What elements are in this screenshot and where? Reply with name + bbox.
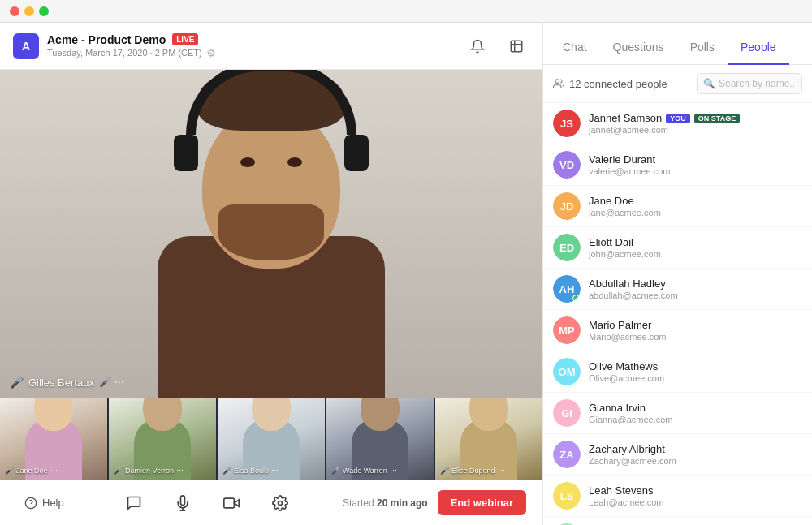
thumb-name-elise: 🎤 Elise Dupond ⋯ bbox=[440, 467, 505, 475]
list-item[interactable]: AHAbdullah Hadleyabdullah@acmee.com bbox=[543, 269, 812, 310]
live-badge: LIVE bbox=[172, 33, 198, 45]
search-box: 🔍 bbox=[697, 73, 802, 94]
stage-badge: ON STAGE bbox=[694, 114, 740, 123]
avatar: LS bbox=[553, 482, 581, 510]
thumb-name-wade: 🎤 Wade Warren ⋯ bbox=[331, 467, 397, 475]
chat-button[interactable] bbox=[119, 488, 149, 518]
tab-polls[interactable]: Polls bbox=[677, 31, 728, 65]
avatar: JD bbox=[553, 192, 581, 220]
tab-chat[interactable]: Chat bbox=[550, 31, 600, 65]
you-badge: YOU bbox=[666, 114, 690, 123]
window-controls bbox=[10, 6, 49, 16]
list-item[interactable]: MPMario PalmerMario@acmee.com bbox=[543, 310, 812, 351]
left-panel: A Acme - Product Demo LIVE Tuesday, Marc… bbox=[0, 23, 542, 525]
thumb-more-jane[interactable]: ⋯ bbox=[50, 467, 58, 475]
avatar: MP bbox=[553, 316, 581, 344]
bottom-toolbar: Help bbox=[0, 480, 542, 525]
list-item[interactable]: JDJane Doejane@acmee.com bbox=[543, 186, 812, 227]
svg-rect-4 bbox=[224, 498, 235, 508]
person-name: Abdullah Hadley bbox=[589, 278, 678, 290]
logo-letter: A bbox=[22, 40, 30, 53]
people-count: 12 connected people bbox=[553, 78, 667, 90]
person-email: Olive@acmee.com bbox=[589, 373, 664, 383]
thumb-name-damien: 🎤 Damien Verron ⋯ bbox=[114, 467, 184, 475]
camera-button[interactable] bbox=[217, 488, 246, 518]
list-item[interactable]: JSJannet SamsonYOUON STAGEjannet@acmee.c… bbox=[543, 103, 812, 144]
connected-count: 12 connected people bbox=[569, 78, 667, 90]
video-overlay-icons: 🎤 ⋯ bbox=[99, 377, 124, 388]
list-item[interactable]: ZAZachary AlbrightZachary@acmee.com bbox=[543, 434, 812, 476]
settings-button[interactable] bbox=[266, 488, 295, 518]
list-item[interactable]: OMOlive MathewsOlive@acmee.com bbox=[543, 351, 812, 393]
thumb-more-damien[interactable]: ⋯ bbox=[176, 467, 184, 475]
mic-button[interactable] bbox=[168, 488, 197, 518]
person-info: Jannet SamsonYOUON STAGEjannet@acmee.com bbox=[589, 112, 740, 135]
started-text: Started 20 min ago bbox=[343, 497, 428, 509]
thumb-damien[interactable]: 🎤 Damien Verron ⋯ bbox=[109, 398, 216, 480]
bell-button[interactable] bbox=[464, 33, 490, 59]
app-title-info: Acme - Product Demo LIVE Tuesday, March … bbox=[47, 33, 216, 59]
thumb-more-elsa[interactable]: ⋯ bbox=[271, 467, 279, 475]
maximize-button[interactable] bbox=[39, 6, 49, 16]
minimize-button[interactable] bbox=[24, 6, 34, 16]
svg-point-5 bbox=[279, 501, 283, 505]
tab-people[interactable]: People bbox=[728, 31, 789, 65]
person-email: Mario@acmee.com bbox=[589, 332, 667, 342]
thumb-more-elise[interactable]: ⋯ bbox=[498, 467, 505, 475]
list-item[interactable]: VDValerie Durantvalerie@acmee.com bbox=[543, 144, 812, 186]
thumb-elise[interactable]: 🎤 Elise Dupond ⋯ bbox=[435, 398, 542, 480]
toolbar-right: Started 20 min ago End webinar bbox=[343, 490, 526, 515]
settings-icon[interactable]: ⚙ bbox=[206, 47, 216, 59]
person-name: Eliott Dail bbox=[589, 236, 661, 248]
person-name: Jane Doe bbox=[589, 195, 661, 207]
person-info: Jane Doejane@acmee.com bbox=[589, 195, 661, 217]
tab-bar: Chat Questions Polls People bbox=[543, 23, 812, 65]
person-info: Zachary AlbrightZachary@acmee.com bbox=[589, 443, 676, 466]
person-name: Valerie Durant bbox=[589, 153, 670, 166]
avatar: AH bbox=[553, 275, 581, 303]
thumb-wade[interactable]: 🎤 Wade Warren ⋯ bbox=[326, 398, 434, 480]
person-name: Mario Palmer bbox=[589, 319, 667, 331]
help-label: Help bbox=[42, 497, 64, 509]
close-button[interactable] bbox=[10, 6, 19, 16]
main-video: 🎤 Gilles Bertaux 🎤 ⋯ bbox=[0, 70, 542, 398]
app-logo: A bbox=[13, 33, 39, 59]
avatar: ED bbox=[553, 234, 581, 261]
svg-point-6 bbox=[555, 80, 559, 84]
person-info: Olive MathewsOlive@acmee.com bbox=[589, 360, 664, 383]
person-email: abdullah@acmee.com bbox=[589, 290, 678, 300]
bell-icon bbox=[470, 39, 485, 54]
tab-questions[interactable]: Questions bbox=[600, 31, 677, 65]
toolbar-left: Help bbox=[16, 492, 72, 514]
thumb-elsa[interactable]: 🎤 Elsa Boulo ⋯ bbox=[218, 398, 325, 480]
avatar: JS bbox=[553, 110, 581, 137]
list-item[interactable]: GIGianna IrvinGianna@acmee.com bbox=[543, 393, 812, 434]
subtitle-text: Tuesday, March 17, 2020 · 2 PM (CET) bbox=[47, 48, 202, 58]
started-ago: 20 min ago bbox=[377, 497, 428, 509]
list-item[interactable]: EDEliott Dailjohn@acmee.com bbox=[543, 227, 812, 269]
more-icon[interactable]: ⋯ bbox=[114, 377, 124, 388]
mic-icon bbox=[175, 495, 191, 511]
person-name: Olive Mathews bbox=[589, 360, 664, 372]
search-icon: 🔍 bbox=[703, 78, 715, 89]
avatar: VD bbox=[553, 151, 581, 179]
list-item[interactable]: RHRodrigo HawkinsRodrigo@acmee.com bbox=[543, 517, 812, 525]
thumb-more-wade[interactable]: ⋯ bbox=[390, 467, 397, 475]
thumb-name-elsa: 🎤 Elsa Boulo ⋯ bbox=[222, 467, 279, 475]
list-item[interactable]: LSLeah StevensLeah@acmee.com bbox=[543, 476, 812, 517]
thumb-jane[interactable]: 🎤 Jane Doe ⋯ bbox=[0, 398, 107, 480]
person-email: Leah@acmee.com bbox=[589, 497, 664, 507]
thumbnail-strip: 🎤 Jane Doe ⋯ 🎤 Damien Verron ⋯ bbox=[0, 398, 542, 480]
end-webinar-button[interactable]: End webinar bbox=[438, 490, 526, 515]
person-email: jannet@acmee.com bbox=[589, 125, 740, 135]
person-email: jane@acmee.com bbox=[589, 208, 661, 217]
chat-icon bbox=[126, 495, 142, 511]
main-speaker-name: Gilles Bertaux bbox=[28, 377, 94, 389]
app-header: A Acme - Product Demo LIVE Tuesday, Marc… bbox=[0, 23, 542, 70]
person-name: Leah Stevens bbox=[589, 484, 664, 497]
layout-button[interactable] bbox=[503, 33, 529, 59]
person-info: Mario PalmerMario@acmee.com bbox=[589, 319, 667, 342]
person-email: Gianna@acmee.com bbox=[589, 415, 673, 424]
help-button[interactable]: Help bbox=[16, 492, 72, 514]
person-info: Leah StevensLeah@acmee.com bbox=[589, 484, 664, 507]
